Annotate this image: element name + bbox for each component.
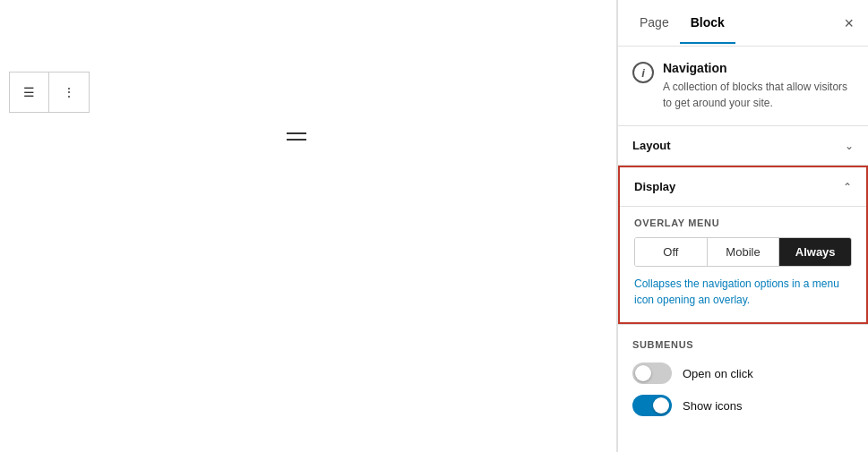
submenus-section: SUBMENUS Open on click Show icons	[618, 324, 868, 441]
nav-info-section: Navigation A collection of blocks that a…	[618, 47, 868, 126]
overlay-helper-text: Collapses the navigation options in a me…	[634, 276, 852, 308]
display-section-header[interactable]: Display ⌃	[620, 167, 866, 207]
nav-info-description: A collection of blocks that allow visito…	[663, 79, 854, 111]
nav-info-title: Navigation	[663, 61, 854, 75]
show-icons-toggle[interactable]	[632, 395, 672, 416]
info-icon	[632, 62, 654, 83]
sidebar-tabs: Page Block ×	[618, 0, 868, 47]
open-on-click-toggle[interactable]	[632, 362, 672, 384]
show-icons-row: Show icons	[632, 395, 854, 416]
submenus-label: SUBMENUS	[632, 339, 854, 350]
overlay-menu-toggle-group: Off Mobile Always	[634, 237, 852, 267]
display-content: OVERLAY MENU Off Mobile Always Collapses…	[620, 207, 866, 322]
open-on-click-slider	[632, 362, 672, 384]
close-button[interactable]: ×	[840, 12, 857, 35]
show-icons-label: Show icons	[683, 399, 742, 413]
overlay-off-button[interactable]: Off	[635, 238, 708, 266]
nav-info-text: Navigation A collection of blocks that a…	[663, 61, 854, 111]
overlay-mobile-button[interactable]: Mobile	[708, 238, 780, 266]
layout-section-header[interactable]: Layout ⌄	[618, 126, 868, 166]
align-icon[interactable]: ☰	[10, 72, 49, 112]
overlay-menu-label: OVERLAY MENU	[634, 217, 852, 228]
hamburger-line-1	[287, 132, 306, 134]
tab-page[interactable]: Page	[629, 3, 680, 44]
canvas-block: ☰ ⋮	[9, 72, 90, 113]
overlay-always-button[interactable]: Always	[779, 238, 851, 266]
layout-chevron-down-icon: ⌄	[845, 140, 854, 152]
display-chevron-up-icon: ⌃	[843, 181, 852, 193]
canvas-area: ☰ ⋮	[0, 0, 617, 452]
display-label: Display	[634, 180, 675, 193]
canvas-hamburger	[287, 132, 306, 141]
more-options-icon[interactable]: ⋮	[49, 72, 89, 112]
hamburger-line-2	[287, 139, 306, 141]
show-icons-slider	[632, 395, 672, 416]
open-on-click-label: Open on click	[683, 367, 753, 380]
layout-label: Layout	[632, 139, 671, 152]
display-section: Display ⌃ OVERLAY MENU Off Mobile Always…	[618, 166, 868, 324]
open-on-click-row: Open on click	[632, 362, 854, 384]
tab-block[interactable]: Block	[680, 3, 735, 44]
sidebar: Page Block × Navigation A collection of …	[617, 0, 868, 452]
